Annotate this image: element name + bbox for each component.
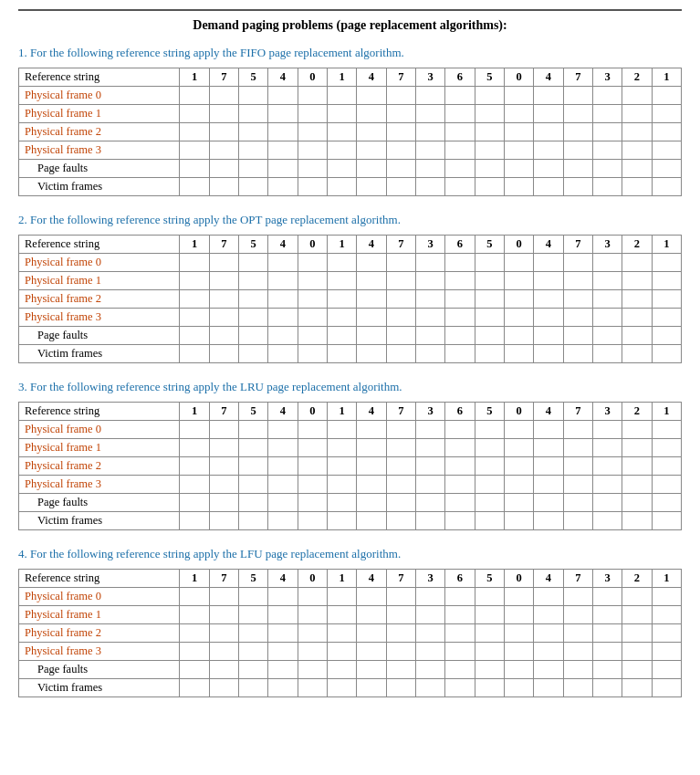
cell-4-3-14 bbox=[592, 624, 622, 643]
cell-4-5-4 bbox=[298, 661, 327, 679]
cell-3-6-2 bbox=[239, 512, 268, 530]
cell-2-1-10 bbox=[475, 254, 504, 272]
cell-4-1-9 bbox=[445, 588, 475, 606]
cell-3-5-12 bbox=[534, 494, 563, 512]
cell-4-2-5 bbox=[327, 606, 356, 624]
cell-4-5-11 bbox=[504, 661, 533, 679]
table-row-1-6: Victim frames bbox=[19, 178, 682, 196]
cell-2-1-1 bbox=[209, 254, 238, 272]
table-row-1-0: Reference string17540147365047321 bbox=[19, 68, 682, 87]
cell-1-4-12 bbox=[534, 141, 563, 160]
cell-1-2-15 bbox=[622, 105, 652, 123]
cell-1-1-12 bbox=[534, 87, 563, 105]
cell-3-3-7 bbox=[386, 457, 415, 476]
table-row-4-5: Page faults bbox=[19, 661, 682, 679]
cell-4-5-3 bbox=[268, 661, 298, 679]
cell-4-1-15 bbox=[622, 588, 652, 606]
cell-4-5-9 bbox=[445, 661, 475, 679]
cell-2-4-4 bbox=[298, 309, 327, 327]
cell-4-4-12 bbox=[534, 643, 563, 661]
cell-3-2-15 bbox=[622, 439, 652, 457]
cell-1-4-8 bbox=[415, 141, 444, 160]
cell-4-4-9 bbox=[445, 643, 475, 661]
cell-2-3-3 bbox=[268, 290, 298, 309]
cell-1-4-3 bbox=[268, 141, 298, 160]
cell-2-3-6 bbox=[357, 290, 386, 309]
cell-3-2-12 bbox=[534, 439, 563, 457]
cell-2-1-16 bbox=[652, 254, 681, 272]
row-label-2-0: Reference string bbox=[19, 236, 180, 254]
question-3: 3. For the following reference string ap… bbox=[18, 380, 682, 530]
algo-name-2: OPT page replacement algorithm. bbox=[240, 213, 401, 226]
cell-4-0-6: 4 bbox=[357, 570, 386, 588]
question-1: 1. For the following reference string ap… bbox=[18, 46, 682, 196]
cell-2-5-7 bbox=[386, 327, 415, 345]
cell-3-4-5 bbox=[327, 476, 356, 494]
cell-4-6-6 bbox=[357, 679, 386, 697]
cell-4-4-8 bbox=[415, 643, 444, 661]
cell-2-3-9 bbox=[445, 290, 475, 309]
cell-1-5-12 bbox=[534, 160, 563, 178]
cell-1-3-13 bbox=[563, 123, 592, 141]
row-label-4-0: Reference string bbox=[19, 570, 180, 588]
cell-3-5-3 bbox=[268, 494, 298, 512]
cell-3-6-12 bbox=[534, 512, 563, 530]
cell-2-1-2 bbox=[239, 254, 268, 272]
cell-1-3-3 bbox=[268, 123, 298, 141]
cell-1-2-2 bbox=[239, 105, 268, 123]
cell-3-5-6 bbox=[357, 494, 386, 512]
cell-4-2-15 bbox=[622, 606, 652, 624]
cell-3-3-11 bbox=[504, 457, 533, 476]
row-label-3-2: Physical frame 1 bbox=[19, 439, 180, 457]
cell-1-5-9 bbox=[445, 160, 475, 178]
cell-1-6-10 bbox=[475, 178, 504, 196]
cell-4-6-16 bbox=[652, 679, 681, 697]
cell-3-6-14 bbox=[592, 512, 622, 530]
cell-2-2-15 bbox=[622, 272, 652, 290]
cell-2-6-1 bbox=[209, 345, 238, 363]
table-row-1-1: Physical frame 0 bbox=[19, 87, 682, 105]
cell-3-5-9 bbox=[445, 494, 475, 512]
cell-1-1-5 bbox=[327, 87, 356, 105]
cell-1-0-10: 5 bbox=[475, 68, 504, 87]
cell-1-2-4 bbox=[298, 105, 327, 123]
cell-3-1-3 bbox=[268, 421, 298, 439]
cell-1-0-5: 1 bbox=[327, 68, 356, 87]
cell-3-1-0 bbox=[180, 421, 209, 439]
row-label-4-4: Physical frame 3 bbox=[19, 643, 180, 661]
cell-3-2-0 bbox=[180, 439, 209, 457]
cell-3-1-5 bbox=[327, 421, 356, 439]
row-label-2-6: Victim frames bbox=[19, 345, 180, 363]
cell-4-5-5 bbox=[327, 661, 356, 679]
cell-4-5-15 bbox=[622, 661, 652, 679]
cell-2-5-15 bbox=[622, 327, 652, 345]
cell-2-5-9 bbox=[445, 327, 475, 345]
table-row-1-3: Physical frame 2 bbox=[19, 123, 682, 141]
cell-3-0-15: 2 bbox=[622, 403, 652, 421]
cell-2-5-12 bbox=[534, 327, 563, 345]
cell-2-4-10 bbox=[475, 309, 504, 327]
cell-2-0-12: 4 bbox=[534, 236, 563, 254]
cell-4-3-10 bbox=[475, 624, 504, 643]
cell-2-2-5 bbox=[327, 272, 356, 290]
cell-3-4-10 bbox=[475, 476, 504, 494]
cell-1-1-2 bbox=[239, 87, 268, 105]
cell-4-1-5 bbox=[327, 588, 356, 606]
cell-3-2-2 bbox=[239, 439, 268, 457]
cell-4-2-11 bbox=[504, 606, 533, 624]
cell-3-6-0 bbox=[180, 512, 209, 530]
cell-4-2-12 bbox=[534, 606, 563, 624]
cell-3-4-14 bbox=[592, 476, 622, 494]
cell-1-2-6 bbox=[357, 105, 386, 123]
cell-1-6-11 bbox=[504, 178, 533, 196]
cell-3-6-4 bbox=[298, 512, 327, 530]
cell-2-5-3 bbox=[268, 327, 298, 345]
cell-4-1-14 bbox=[592, 588, 622, 606]
cell-2-4-15 bbox=[622, 309, 652, 327]
cell-4-5-8 bbox=[415, 661, 444, 679]
cell-3-1-8 bbox=[415, 421, 444, 439]
cell-1-5-11 bbox=[504, 160, 533, 178]
cell-1-2-14 bbox=[592, 105, 622, 123]
cell-2-1-7 bbox=[386, 254, 415, 272]
cell-1-1-4 bbox=[298, 87, 327, 105]
